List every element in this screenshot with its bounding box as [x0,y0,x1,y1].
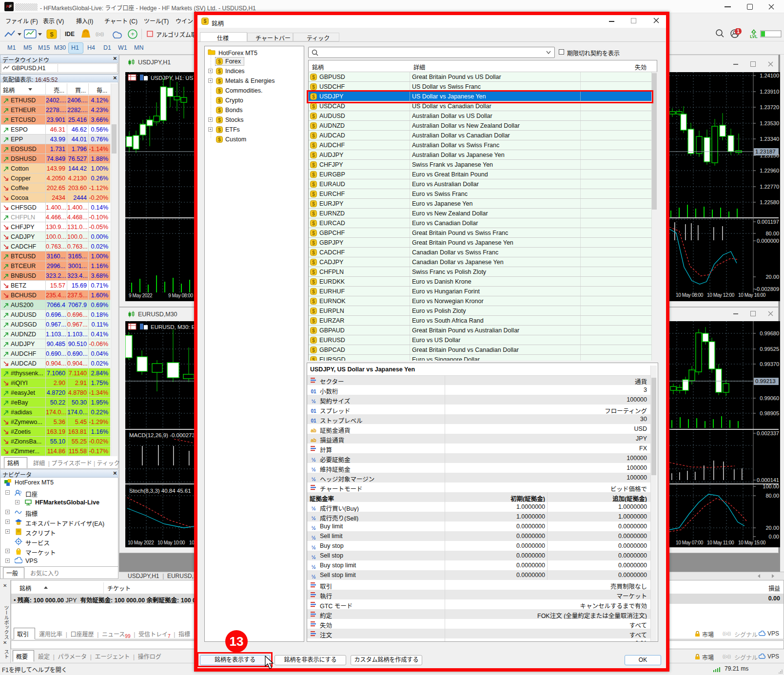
svg-text:0.000000: 0.000000 [757,238,779,244]
svg-text:$: $ [218,137,221,142]
svg-text:Stoch(8,3,3) 40.84 45.61: Stoch(8,3,3) 40.84 45.61 [129,488,191,494]
svg-text:$: $ [218,69,221,74]
svg-text:1.24100: 1.24100 [760,73,779,78]
svg-text:$: $ [312,182,315,187]
svg-text:$: $ [312,172,315,177]
svg-text:$: $ [218,59,221,64]
svg-text:20.00: 20.00 [765,274,779,280]
svg-text:10 May 15:00: 10 May 15:00 [738,540,766,545]
svg-text:0.00: 0.00 [769,534,779,540]
svg-text:$: $ [218,88,221,94]
svg-text:1.23340: 1.23340 [760,136,779,142]
svg-text:1: 1 [737,29,740,34]
svg-text:0.000141: 0.000141 [757,477,779,483]
svg-text:1.23530: 1.23530 [760,120,779,126]
svg-text:$: $ [218,78,221,84]
svg-text:0.001197: 0.001197 [757,219,779,225]
svg-text:$: $ [218,108,221,113]
svg-text:$: $ [312,211,315,216]
svg-text:$: $ [312,328,315,333]
svg-text:$: $ [312,260,315,265]
svg-text:$: $ [312,192,315,197]
svg-text:$: $ [312,318,315,324]
svg-text:10 May 2022: 10 May 2022 [128,540,154,545]
svg-text:$: $ [312,114,315,119]
svg-text:$: $ [312,104,315,109]
svg-text:((o)): ((o)) [96,32,104,37]
svg-text:$: $ [312,338,315,343]
svg-text:$: $ [312,221,315,226]
svg-text:$: $ [218,98,221,103]
svg-text:$: $ [312,153,315,158]
svg-text:$: $ [312,240,315,246]
svg-text:1.22580: 1.22580 [760,199,779,205]
svg-text:$: $ [312,309,315,314]
svg-text:80.00: 80.00 [765,493,779,499]
svg-text:10 May 08:00: 10 May 08:00 [676,292,704,298]
svg-text:1.22960: 1.22960 [760,168,779,174]
svg-text:10 May 16:00: 10 May 16:00 [738,292,766,298]
svg-text:$: $ [312,162,315,168]
svg-text:$: $ [312,357,315,361]
svg-text:10 May 12:00: 10 May 12:00 [707,292,735,298]
svg-text:80.00: 80.00 [765,231,779,236]
svg-text:20.00: 20.00 [765,525,779,531]
svg-text:9 May 2022: 9 May 2022 [129,293,153,298]
svg-text:-0.002809: -0.002809 [755,286,779,292]
svg-text:10 May 07:00: 10 May 07:00 [676,540,704,545]
svg-text:$: $ [312,231,315,236]
svg-text:100.00: 100.00 [763,483,779,489]
svg-text:1.22770: 1.22770 [760,184,779,190]
svg-text:$: $ [50,31,54,38]
svg-text:IDE: IDE [65,31,75,38]
svg-text:LVL: LVL [750,34,757,39]
svg-text:1.23187: 1.23187 [755,149,776,154]
svg-text:0.99060: 0.99060 [760,395,779,401]
svg-text:$: $ [312,123,315,129]
svg-text:$: $ [312,299,315,304]
svg-text:$: $ [312,133,315,138]
svg-text:$: $ [312,84,315,90]
svg-text:0.99213: 0.99213 [755,378,776,384]
svg-text:0.98905: 0.98905 [760,410,779,416]
svg-text:$: $ [312,143,315,148]
svg-text:$: $ [312,279,315,285]
svg-text:1.23720: 1.23720 [760,104,779,110]
svg-text:$: $ [218,127,221,133]
svg-text:0.002337: 0.002337 [757,430,779,436]
svg-text:1.23910: 1.23910 [760,89,779,95]
svg-text:$: $ [312,270,315,275]
svg-text:0.99680: 0.99680 [760,330,779,336]
svg-text:$: $ [312,201,315,207]
svg-text:0.99525: 0.99525 [760,346,779,352]
svg-text:10 May 11:00: 10 May 11:00 [707,540,734,545]
svg-text:$: $ [218,117,221,123]
svg-text:$: $ [312,75,315,80]
svg-text:$: $ [312,347,315,353]
svg-text:$: $ [312,250,315,255]
svg-text:0.99370: 0.99370 [760,361,779,367]
svg-text:$: $ [312,289,315,294]
svg-text:10 May 10:00: 10 May 10:00 [157,540,185,545]
svg-text:+: + [131,31,134,38]
svg-text:9 May 08:00: 9 May 08:00 [168,293,193,298]
